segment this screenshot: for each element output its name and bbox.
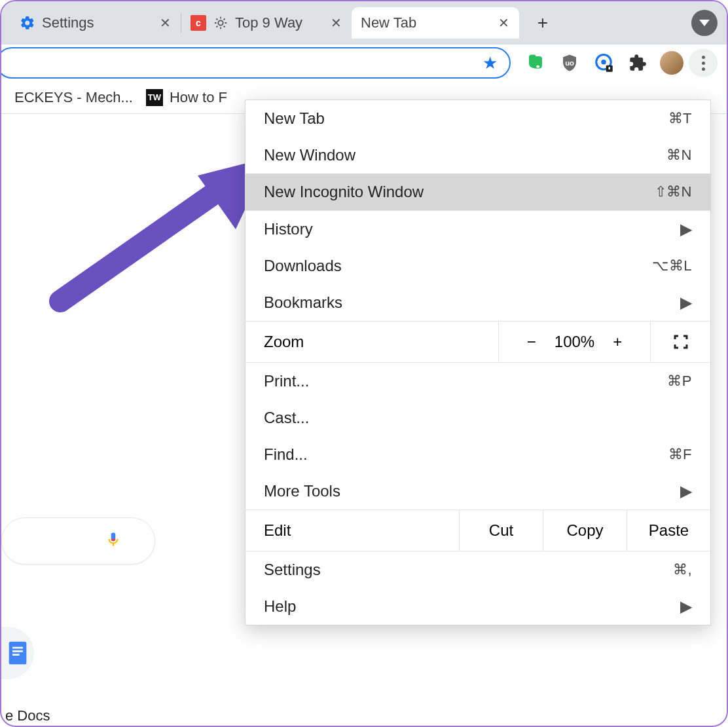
edit-cut-button[interactable]: Cut (459, 510, 543, 551)
edit-paste-button[interactable]: Paste (627, 510, 710, 551)
shortcut-label: e Docs (5, 707, 50, 724)
close-icon[interactable]: ✕ (497, 16, 510, 29)
menu-zoom-row: Zoom − 100% + (246, 321, 710, 363)
close-icon[interactable]: ✕ (158, 16, 172, 29)
minimize-button[interactable] (691, 10, 718, 36)
bookmark-star-icon[interactable]: ★ (482, 53, 498, 73)
profile-avatar[interactable] (660, 51, 683, 75)
menu-label: More Tools (264, 482, 680, 500)
sun-icon (213, 15, 228, 31)
menu-label: Zoom (246, 322, 498, 362)
close-icon[interactable]: ✕ (329, 16, 342, 29)
bookmark-label: How to F (170, 89, 227, 106)
zoom-in-button[interactable]: + (613, 333, 622, 351)
menu-find[interactable]: Find... ⌘F (246, 436, 710, 473)
edit-copy-button[interactable]: Copy (543, 510, 627, 551)
svg-text:uo: uo (565, 59, 574, 67)
menu-shortcut: ⌘N (666, 147, 692, 164)
menu-history[interactable]: History ▶ (246, 211, 710, 248)
svg-rect-16 (12, 647, 23, 649)
chrome-menu-button[interactable] (689, 48, 718, 77)
chrome-overflow-menu: New Tab ⌘T New Window ⌘N New Incognito W… (245, 100, 711, 625)
tab-bar: Settings ✕ c Top 9 Way ✕ New Tab ✕ + (1, 1, 727, 45)
menu-label: Downloads (264, 257, 652, 275)
menu-label: Print... (264, 372, 667, 390)
bookmark-label: ECKEYS - Mech... (14, 89, 133, 106)
menu-shortcut: ⇧⌘N (655, 183, 692, 200)
svg-point-0 (218, 20, 223, 25)
svg-point-12 (601, 60, 606, 65)
menu-new-window[interactable]: New Window ⌘N (246, 137, 710, 174)
bookmark-item[interactable]: TW How to F (146, 89, 227, 106)
shortcut-docs[interactable] (1, 627, 34, 679)
menu-label: Help (264, 597, 680, 616)
dots-vertical-icon (702, 56, 705, 71)
menu-downloads[interactable]: Downloads ⌥⌘L (246, 248, 710, 284)
svg-line-5 (216, 18, 217, 20)
svg-line-8 (224, 18, 225, 20)
menu-label: History (264, 220, 680, 238)
menu-shortcut: ⌘T (668, 110, 692, 127)
new-tab-button[interactable]: + (531, 11, 555, 35)
extensions-puzzle-icon[interactable] (625, 50, 651, 76)
zoom-out-button[interactable]: − (527, 333, 536, 351)
bookmark-item[interactable]: ECKEYS - Mech... (14, 89, 133, 106)
bookmark-favicon-icon: TW (146, 89, 163, 106)
address-bar[interactable]: ★ (0, 47, 511, 79)
menu-settings[interactable]: Settings ⌘, (246, 551, 710, 588)
extension-ublock-icon[interactable]: uo (556, 50, 583, 76)
chevron-right-icon: ▶ (680, 220, 692, 238)
menu-cast[interactable]: Cast... (246, 400, 710, 436)
menu-shortcut: ⌘F (668, 446, 692, 463)
annotation-arrow-icon (47, 144, 276, 314)
zoom-controls: − 100% + (498, 322, 650, 362)
menu-label: Bookmarks (264, 293, 680, 312)
tab-settings[interactable]: Settings ✕ (10, 7, 181, 39)
menu-label: New Incognito Window (264, 183, 655, 201)
chevron-right-icon: ▶ (680, 293, 692, 312)
tab-top9[interactable]: c Top 9 Way ✕ (181, 7, 352, 39)
gear-icon (20, 15, 35, 31)
svg-marker-9 (699, 20, 710, 26)
microphone-icon[interactable] (105, 531, 122, 551)
menu-shortcut: ⌥⌘L (652, 257, 692, 274)
svg-rect-15 (9, 642, 27, 665)
tab-title: Top 9 Way (235, 14, 318, 31)
tab-title: Settings (42, 14, 147, 31)
menu-print[interactable]: Print... ⌘P (246, 363, 710, 400)
tab-title: New Tab (361, 14, 485, 31)
menu-edit-row: Edit Cut Copy Paste (246, 510, 710, 551)
svg-line-6 (224, 26, 225, 28)
menu-bookmarks[interactable]: Bookmarks ▶ (246, 284, 710, 321)
tab-new-tab[interactable]: New Tab ✕ (352, 7, 519, 39)
svg-rect-18 (12, 654, 20, 656)
menu-label: Find... (264, 445, 668, 464)
menu-label: New Tab (264, 109, 668, 128)
menu-more-tools[interactable]: More Tools ▶ (246, 473, 710, 510)
menu-help[interactable]: Help ▶ (246, 588, 710, 625)
svg-rect-14 (609, 67, 611, 69)
menu-label: Cast... (264, 409, 692, 427)
extension-1password-icon[interactable] (591, 50, 617, 76)
menu-new-incognito[interactable]: New Incognito Window ⇧⌘N (246, 174, 710, 210)
search-box[interactable] (1, 517, 155, 565)
menu-new-tab[interactable]: New Tab ⌘T (246, 100, 710, 137)
favicon-c-icon: c (191, 15, 206, 31)
fullscreen-button[interactable] (650, 322, 710, 362)
extension-evernote-icon[interactable] (522, 50, 549, 76)
svg-line-7 (216, 26, 217, 28)
browser-toolbar: ★ uo (1, 45, 727, 81)
menu-label: New Window (264, 146, 666, 164)
chevron-right-icon: ▶ (680, 482, 692, 500)
svg-line-19 (60, 182, 230, 301)
zoom-value: 100% (555, 333, 594, 351)
menu-shortcut: ⌘, (673, 561, 692, 578)
svg-rect-17 (12, 650, 23, 652)
menu-label: Edit (246, 510, 459, 551)
menu-shortcut: ⌘P (667, 373, 692, 390)
menu-label: Settings (264, 561, 673, 579)
chevron-right-icon: ▶ (680, 597, 692, 616)
